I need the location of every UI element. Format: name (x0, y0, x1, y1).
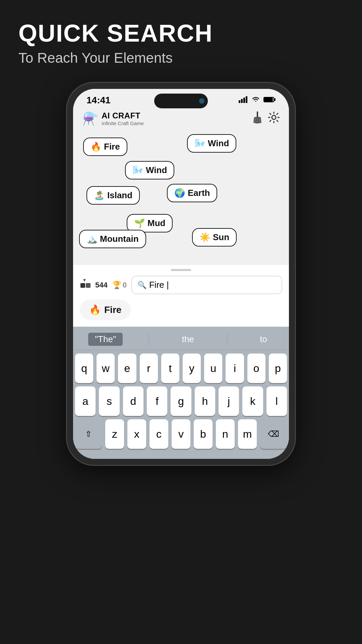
settings-icon[interactable] (268, 112, 280, 126)
island-emoji: 🏝️ (94, 190, 105, 201)
key-u[interactable]: u (204, 354, 222, 383)
key-s[interactable]: s (99, 386, 119, 416)
predictive-the-quoted[interactable]: "The" (88, 333, 123, 346)
svg-marker-13 (83, 279, 86, 282)
svg-rect-14 (80, 283, 85, 288)
status-bar: 14:41 (73, 89, 289, 108)
key-k[interactable]: k (242, 386, 263, 416)
key-x[interactable]: x (127, 419, 146, 449)
search-icon: 🔍 (137, 281, 146, 289)
predictive-sep2 (227, 333, 227, 345)
wind1-label: Wind (208, 138, 229, 149)
key-l[interactable]: l (266, 386, 287, 416)
app-title-block: AI CRAFT Infinite Craft Game (102, 111, 144, 126)
svg-rect-0 (239, 100, 240, 103)
result-fire-emoji: 🔥 (89, 304, 101, 315)
signal-icon (239, 96, 248, 105)
keyboard: "The" the to q w e r t y u i o p a (73, 327, 289, 459)
drag-handle[interactable] (171, 269, 191, 271)
island-label: Island (107, 190, 132, 201)
phone-screen: 14:41 (73, 89, 289, 459)
key-w[interactable]: w (97, 354, 115, 383)
search-input[interactable] (149, 280, 276, 290)
element-wind1[interactable]: 🌬️ Wind (187, 134, 236, 153)
svg-rect-5 (274, 98, 276, 101)
wifi-icon (251, 96, 260, 105)
battery-icon (263, 97, 276, 104)
key-i[interactable]: i (226, 354, 244, 383)
result-fire[interactable]: 🔥 Fire (80, 300, 131, 320)
key-f[interactable]: f (147, 386, 167, 416)
key-n[interactable]: n (216, 419, 235, 449)
predictive-the[interactable]: the (175, 333, 201, 346)
key-y[interactable]: y (183, 354, 201, 383)
fire-emoji: 🔥 (90, 142, 101, 152)
mud-emoji: 🌱 (134, 218, 145, 228)
wind1-emoji: 🌬️ (194, 138, 205, 149)
broom-icon[interactable] (252, 111, 263, 126)
key-t[interactable]: t (161, 354, 179, 383)
trophy-badge: 🏆 0 (112, 281, 127, 289)
key-shift[interactable]: ⇧ (75, 419, 102, 449)
app-subtitle: Infinite Craft Game (102, 120, 144, 126)
app-header: ⚗️ AI CRAFT Infinite Craft Game (73, 108, 289, 131)
element-wind2[interactable]: 🌬️ Wind (125, 161, 174, 179)
fire-label: Fire (104, 142, 120, 152)
mud-label: Mud (147, 218, 165, 228)
dynamic-island (154, 94, 208, 108)
key-z[interactable]: z (105, 419, 124, 449)
svg-rect-15 (86, 283, 90, 288)
score-count: 544 (95, 281, 108, 289)
key-j[interactable]: j (219, 386, 239, 416)
predictive-sep1 (149, 333, 149, 345)
sun-emoji: ☀️ (199, 232, 210, 243)
search-bar-row: 544 🏆 0 🔍 (80, 276, 282, 294)
key-q[interactable]: q (75, 354, 93, 383)
page-title: QUICK SEARCH (18, 20, 344, 47)
search-panel: 544 🏆 0 🔍 🔥 Fire (73, 265, 289, 327)
app-header-icons (252, 111, 280, 126)
key-g[interactable]: g (171, 386, 191, 416)
wind2-label: Wind (146, 165, 167, 175)
svg-rect-1 (241, 99, 243, 103)
key-b[interactable]: b (194, 419, 213, 449)
score-shapes-icon (80, 278, 93, 292)
element-island[interactable]: 🏝️ Island (86, 186, 140, 205)
predictive-to[interactable]: to (253, 333, 274, 346)
app-title: AI CRAFT (102, 111, 144, 120)
key-a[interactable]: a (75, 386, 96, 416)
key-r[interactable]: r (140, 354, 158, 383)
key-h[interactable]: h (195, 386, 215, 416)
trophy-count: 0 (123, 281, 127, 289)
island-camera-dot (199, 98, 204, 104)
trophy-icon: 🏆 (112, 281, 121, 289)
app-logo-icon: ⚗️ (82, 111, 98, 126)
key-d[interactable]: d (123, 386, 143, 416)
search-results: 🔥 Fire (80, 300, 282, 320)
sun-label: Sun (213, 232, 229, 243)
game-area: 🔥 Fire 🌬️ Wind 🌬️ Wind 🏝️ Island 🌍 Earth… (73, 131, 289, 265)
element-earth[interactable]: 🌍 Earth (167, 184, 217, 202)
status-time: 14:41 (86, 95, 111, 106)
score-badge: 544 (80, 278, 108, 292)
svg-rect-2 (243, 98, 245, 103)
earth-label: Earth (188, 188, 210, 198)
key-row-2: a s d f g h j k l (75, 386, 287, 416)
key-delete[interactable]: ⌫ (260, 419, 287, 449)
key-o[interactable]: o (247, 354, 265, 383)
search-input-container[interactable]: 🔍 (131, 276, 282, 294)
mountain-label: Mountain (100, 234, 139, 244)
key-v[interactable]: v (172, 419, 190, 449)
svg-rect-3 (246, 96, 247, 103)
svg-rect-7 (264, 98, 273, 102)
key-p[interactable]: p (269, 354, 287, 383)
element-mountain[interactable]: 🏔️ Mountain (79, 230, 146, 248)
key-e[interactable]: e (118, 354, 136, 383)
app-logo-section: ⚗️ AI CRAFT Infinite Craft Game (82, 111, 144, 126)
earth-emoji: 🌍 (174, 188, 185, 198)
key-m[interactable]: m (238, 419, 257, 449)
key-c[interactable]: c (149, 419, 168, 449)
element-fire[interactable]: 🔥 Fire (83, 138, 127, 156)
page-subtitle: To Reach Your Elements (18, 50, 344, 66)
element-sun[interactable]: ☀️ Sun (192, 228, 237, 247)
